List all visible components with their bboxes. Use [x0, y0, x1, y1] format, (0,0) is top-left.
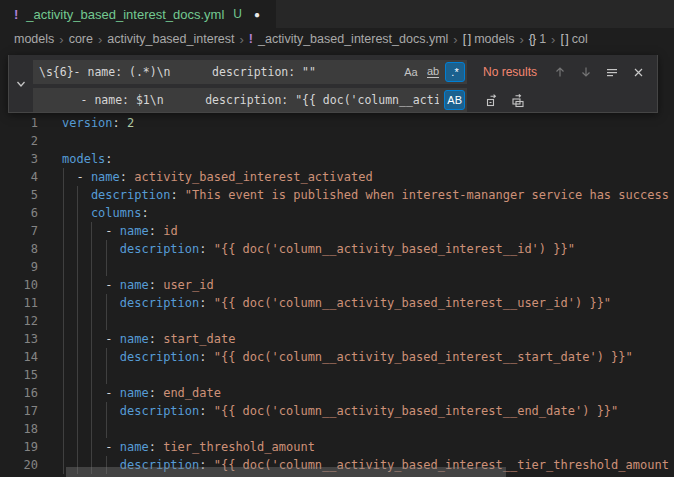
code-line[interactable]: 4- name: activity_based_interest_activat… — [0, 168, 674, 186]
find-widget: Aa ab .* No results — [8, 55, 658, 113]
code-line[interactable]: 5description: "This event is published w… — [0, 186, 674, 204]
dirty-indicator-icon[interactable]: ● — [254, 9, 260, 20]
code-line[interactable]: 16- name: end_date — [0, 384, 674, 402]
code-line[interactable]: 3models: — [0, 150, 674, 168]
replace-icon — [485, 93, 500, 108]
code-line[interactable]: 13- name: start_date — [0, 330, 674, 348]
code-lines: 1version: 223models:4- name: activity_ba… — [0, 50, 674, 474]
whole-word-button[interactable]: ab — [423, 62, 443, 82]
line-number[interactable]: 17 — [0, 402, 38, 420]
line-number[interactable]: 4 — [0, 168, 38, 186]
arrow-down-icon — [579, 65, 593, 79]
line-number[interactable]: 1 — [0, 114, 38, 132]
close-find-button[interactable] — [627, 61, 649, 83]
array-symbol-icon: [ ] — [463, 32, 470, 46]
code-line[interactable]: 7- name: id — [0, 222, 674, 240]
line-number[interactable]: 5 — [0, 186, 38, 204]
line-number[interactable]: 13 — [0, 330, 38, 348]
code-line[interactable]: 2 — [0, 132, 674, 150]
yaml-file-icon: ! — [14, 7, 18, 22]
line-number[interactable]: 19 — [0, 438, 38, 456]
find-results-label: No results — [483, 65, 545, 79]
horizontal-scrollbar[interactable] — [66, 467, 506, 477]
editor[interactable]: 1version: 223models:4- name: activity_ba… — [0, 50, 674, 477]
toggle-replace-button[interactable] — [9, 55, 33, 112]
close-icon — [632, 66, 645, 79]
breadcrumb-separator: › — [59, 32, 63, 47]
code-line[interactable]: 19- name: tier_threshold_amount — [0, 438, 674, 456]
git-status-badge: U — [233, 7, 242, 21]
line-number[interactable]: 15 — [0, 366, 38, 384]
breadcrumb-separator: › — [98, 32, 102, 47]
line-number[interactable]: 10 — [0, 276, 38, 294]
line-number[interactable]: 11 — [0, 294, 38, 312]
arrow-up-icon — [553, 65, 567, 79]
code-line[interactable]: 15 — [0, 366, 674, 384]
breadcrumb-separator: › — [551, 32, 555, 47]
replace-button[interactable] — [481, 89, 503, 111]
breadcrumb-item-models[interactable]: models — [14, 32, 54, 46]
code-line[interactable]: 14description: "{{ doc('column__activity… — [0, 348, 674, 366]
breadcrumb-item-symbol-models[interactable]: [ ] models — [463, 32, 515, 46]
line-number[interactable]: 20 — [0, 456, 38, 474]
code-line[interactable]: 12 — [0, 312, 674, 330]
chevron-down-icon — [15, 78, 27, 90]
replace-input[interactable] — [33, 88, 467, 112]
tab-active[interactable]: ! _activity_based_interest_docs.yml U ● — [0, 0, 276, 28]
next-match-button[interactable] — [575, 61, 597, 83]
replace-all-button[interactable] — [507, 89, 529, 111]
line-number[interactable]: 12 — [0, 312, 38, 330]
code-line[interactable]: 1version: 2 — [0, 114, 674, 132]
breadcrumb: models › core › activity_based_interest … — [0, 28, 674, 50]
find-in-selection-icon — [605, 65, 619, 79]
line-number[interactable]: 7 — [0, 222, 38, 240]
line-number[interactable]: 18 — [0, 420, 38, 438]
tab-title: _activity_based_interest_docs.yml — [26, 7, 224, 22]
breadcrumb-item-core[interactable]: core — [69, 32, 93, 46]
breadcrumb-separator: › — [239, 32, 243, 47]
code-line[interactable]: 17description: "{{ doc('column__activity… — [0, 402, 674, 420]
breadcrumb-item-symbol-1[interactable]: {} 1 — [529, 32, 546, 46]
code-line[interactable]: 18 — [0, 420, 674, 438]
line-number[interactable]: 2 — [0, 132, 38, 150]
breadcrumb-item-file[interactable]: ! _activity_based_interest_docs.yml — [249, 32, 449, 46]
array-symbol-icon: [ ] — [560, 32, 567, 46]
breadcrumb-separator: › — [519, 32, 523, 47]
tab-bar: ! _activity_based_interest_docs.yml U ● — [0, 0, 674, 28]
line-number[interactable]: 6 — [0, 204, 38, 222]
line-number[interactable]: 14 — [0, 348, 38, 366]
breadcrumb-item-folder[interactable]: activity_based_interest — [107, 32, 234, 46]
line-number[interactable]: 9 — [0, 258, 38, 276]
regex-button[interactable]: .* — [445, 62, 465, 82]
line-number[interactable]: 8 — [0, 240, 38, 258]
code-line[interactable]: 8description: "{{ doc('column__activity_… — [0, 240, 674, 258]
code-line[interactable]: 9 — [0, 258, 674, 276]
yaml-file-icon: ! — [249, 32, 253, 46]
find-in-selection-button[interactable] — [601, 61, 623, 83]
breadcrumb-item-symbol-columns[interactable]: [ ] col — [560, 32, 587, 46]
line-number[interactable]: 3 — [0, 150, 38, 168]
replace-all-icon — [511, 93, 526, 108]
object-symbol-icon: {} — [529, 32, 535, 46]
line-number[interactable]: 16 — [0, 384, 38, 402]
match-case-button[interactable]: Aa — [401, 62, 421, 82]
previous-match-button[interactable] — [549, 61, 571, 83]
code-line[interactable]: 11description: "{{ doc('column__activity… — [0, 294, 674, 312]
code-line[interactable]: 10- name: user_id — [0, 276, 674, 294]
breadcrumb-separator: › — [453, 32, 457, 47]
preserve-case-button[interactable]: AB — [444, 90, 465, 110]
code-line[interactable]: 6columns: — [0, 204, 674, 222]
